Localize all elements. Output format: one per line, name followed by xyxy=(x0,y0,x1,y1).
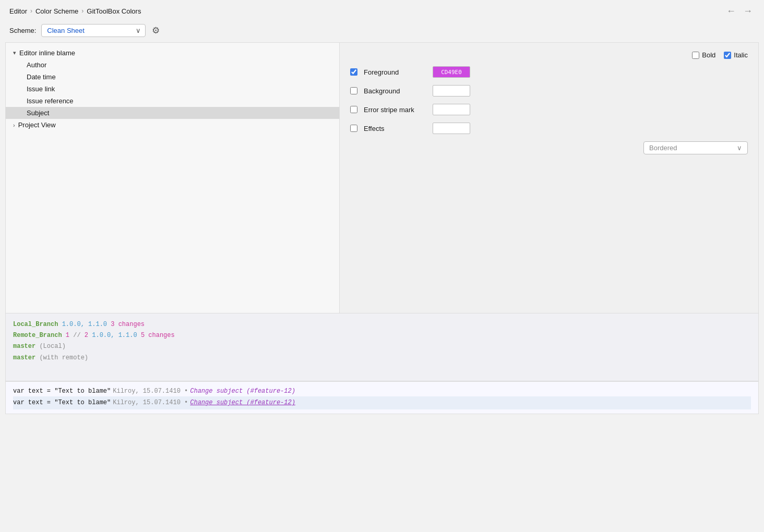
scheme-label: Scheme: xyxy=(9,27,36,34)
preview-master-remote-label: (with remote) xyxy=(39,353,88,363)
breadcrumb-sep-2: › xyxy=(81,7,83,15)
preview-remote-behind: 2 xyxy=(85,331,88,341)
gear-button[interactable]: ⚙ xyxy=(151,24,161,37)
foreground-color-swatch[interactable]: CD49E0 xyxy=(433,66,470,78)
tree-item-label-subject: Subject xyxy=(27,109,49,117)
scheme-dropdown[interactable]: Clean Sheet ∨ xyxy=(41,24,146,37)
tree-group-project-view[interactable]: › Project View xyxy=(6,119,339,131)
preview-local-branch-versions: 1.0.0, 1.1.0 xyxy=(62,320,107,330)
tree-item-subject[interactable]: Subject xyxy=(6,107,339,119)
gear-icon: ⚙ xyxy=(152,26,160,35)
error-stripe-checkbox[interactable] xyxy=(350,106,357,113)
background-label: Background xyxy=(364,87,426,95)
background-checkbox[interactable] xyxy=(350,87,357,94)
italic-label: Italic xyxy=(734,51,748,59)
forward-button[interactable]: → xyxy=(741,5,755,17)
style-row: Bold Italic xyxy=(350,51,748,59)
nav-arrows: ← → xyxy=(724,5,755,17)
preview-local-branch-changes: 3 changes xyxy=(111,320,145,330)
preview-master-remote: master xyxy=(13,353,35,363)
code-blame-1: Kilroy, 15.07.1410 • xyxy=(113,386,188,396)
effects-label: Effects xyxy=(364,125,426,132)
breadcrumb-editor: Editor xyxy=(9,7,27,15)
tree-item-issuelink[interactable]: Issue link xyxy=(6,83,339,95)
code-line-2: var text = "Text to blame" Kilroy, 15.07… xyxy=(13,396,751,409)
code-line-1: var text = "Text to blame" Kilroy, 15.07… xyxy=(13,386,751,396)
main-content: ▾ Editor inline blame Author Date time I… xyxy=(5,42,759,313)
bordered-label: Bordered xyxy=(649,144,677,152)
italic-checkbox[interactable] xyxy=(724,52,731,59)
code-text-2: var text = "Text to blame" xyxy=(13,397,111,408)
bordered-chevron-icon: ∨ xyxy=(737,144,742,152)
preview-master-local-label: (Local) xyxy=(39,342,65,352)
preview-remote-versions: 1.0.0, 1.1.0 xyxy=(92,331,137,341)
preview-line-3: master (Local) xyxy=(13,342,751,352)
effects-color-swatch[interactable] xyxy=(433,123,470,134)
preview-remote-changes: 5 changes xyxy=(141,331,175,341)
error-stripe-row: Error stripe mark xyxy=(350,104,748,115)
bordered-dropdown[interactable]: Bordered ∨ xyxy=(643,141,748,154)
expand-arrow-project-view: › xyxy=(13,122,15,128)
tree-item-datetime[interactable]: Date time xyxy=(6,71,339,83)
preview-remote-branch: Remote_Branch xyxy=(13,331,62,341)
tree-group-label-editor-inline-blame: Editor inline blame xyxy=(19,49,75,57)
preview-master-local: master xyxy=(13,342,35,352)
preview-line-2: Remote_Branch 1 // 2 1.0.0, 1.1.0 5 chan… xyxy=(13,331,751,341)
code-subject-link-2[interactable]: Change subject (#feature-12) xyxy=(190,397,295,408)
preview-area: Local_Branch 1.0.0, 1.1.0 3 changes Remo… xyxy=(5,313,759,381)
right-panel: Bold Italic Foreground CD49E0 Background… xyxy=(339,42,759,313)
tree-item-issuereference[interactable]: Issue reference xyxy=(6,95,339,107)
italic-checkbox-label[interactable]: Italic xyxy=(724,51,748,59)
background-row: Background xyxy=(350,85,748,96)
foreground-row: Foreground CD49E0 xyxy=(350,66,748,78)
background-color-swatch[interactable] xyxy=(433,85,470,96)
scheme-selected-value: Clean Sheet xyxy=(47,27,85,34)
code-subject-1: Change subject (#feature-12) xyxy=(190,386,295,396)
tree-item-label-issuelink: Issue link xyxy=(27,85,55,93)
breadcrumb: Editor › Color Scheme › GitToolBox Color… xyxy=(9,7,141,15)
tree-item-author[interactable]: Author xyxy=(6,59,339,71)
left-panel: ▾ Editor inline blame Author Date time I… xyxy=(5,42,339,313)
breadcrumb-gittoolbox: GitToolBox Colors xyxy=(87,7,141,15)
tree-group-label-project-view: Project View xyxy=(18,121,56,129)
effects-row: Effects xyxy=(350,123,748,134)
foreground-color-value: CD49E0 xyxy=(433,67,470,77)
tree-item-label-issuereference: Issue reference xyxy=(27,97,74,105)
tree-item-label-datetime: Date time xyxy=(27,73,56,81)
preview-code-area: var text = "Text to blame" Kilroy, 15.07… xyxy=(5,381,759,414)
bold-label: Bold xyxy=(702,51,715,59)
bold-checkbox[interactable] xyxy=(692,52,699,59)
preview-remote-ahead: 1 xyxy=(66,331,69,341)
preview-line-4: master (with remote) xyxy=(13,353,751,363)
expand-arrow-editor-inline-blame: ▾ xyxy=(13,50,16,56)
scheme-row: Scheme: Clean Sheet ∨ ⚙ xyxy=(0,21,764,42)
bold-checkbox-label[interactable]: Bold xyxy=(692,51,715,59)
effects-checkbox[interactable] xyxy=(350,125,357,132)
bordered-container: Bordered ∨ xyxy=(350,141,748,154)
code-blame-2: Kilroy, 15.07.1410 • xyxy=(113,397,188,408)
tree-group-editor-inline-blame[interactable]: ▾ Editor inline blame xyxy=(6,47,339,59)
code-text-1: var text = "Text to blame" xyxy=(13,386,111,396)
preview-remote-sep: // xyxy=(73,331,80,341)
tree-item-label-author: Author xyxy=(27,61,46,69)
chevron-down-icon: ∨ xyxy=(136,27,141,34)
error-stripe-color-swatch[interactable] xyxy=(433,104,470,115)
foreground-label: Foreground xyxy=(364,68,426,76)
preview-line-1: Local_Branch 1.0.0, 1.1.0 3 changes xyxy=(13,320,751,330)
error-stripe-label: Error stripe mark xyxy=(364,106,426,114)
back-button[interactable]: ← xyxy=(724,5,738,17)
preview-local-branch: Local_Branch xyxy=(13,320,58,330)
header: Editor › Color Scheme › GitToolBox Color… xyxy=(0,0,764,21)
breadcrumb-color-scheme: Color Scheme xyxy=(35,7,78,15)
foreground-checkbox[interactable] xyxy=(350,68,357,76)
breadcrumb-sep-1: › xyxy=(30,7,32,15)
